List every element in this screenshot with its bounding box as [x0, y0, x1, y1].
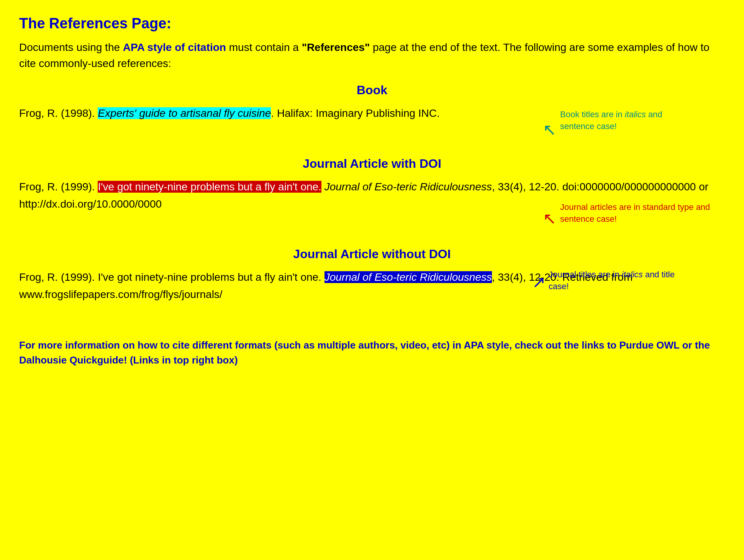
- footer-text: For more information on how to cite diff…: [19, 338, 725, 368]
- journal-no-doi-section: Journal Article without DOI Frog, R. (19…: [19, 247, 725, 323]
- journal-doi-title-highlighted: I've got ninety-nine problems but a fly …: [98, 181, 321, 193]
- page-title: The References Page:: [19, 15, 725, 32]
- journal-no-doi-title-highlighted: Journal of Eso-teric Ridiculousness: [324, 271, 492, 283]
- journal-doi-section: Journal Article with DOI Frog, R. (1999)…: [19, 157, 725, 224]
- journal-no-doi-annotation-text: Journal titles are in italics and title …: [549, 269, 694, 293]
- intro-text-before: Documents using the: [19, 41, 123, 53]
- book-author-date: Frog, R. (1998).: [19, 107, 98, 119]
- book-section: Book Frog, R. (1998). Experts' guide to …: [19, 83, 725, 134]
- journal-doi-journal-name: Journal of Eso-teric Ridiculousness: [321, 181, 492, 193]
- book-heading: Book: [19, 83, 725, 97]
- apa-citation-link: APA style of citation: [123, 41, 226, 53]
- book-annotation-text: Book titles are in italics and sentence …: [560, 109, 694, 133]
- intro-text-middle: must contain a: [226, 41, 302, 53]
- journal-doi-author-date: Frog, R. (1999).: [19, 181, 98, 193]
- book-annotation-block: ↖ Book titles are in italics and sentenc…: [543, 109, 694, 139]
- journal-no-doi-heading: Journal Article without DOI: [19, 247, 725, 261]
- journal-no-doi-annotation-block: ↗ Journal titles are in italics and titl…: [532, 269, 694, 293]
- book-arrow-icon: ↖: [543, 120, 556, 139]
- book-title-highlighted: Experts' guide to artisanal fly cuisine: [98, 107, 271, 119]
- references-bold-text: "References": [302, 41, 370, 53]
- journal-doi-arrow-icon: ↖: [543, 209, 556, 228]
- book-rest: . Halifax: Imaginary Publishing INC.: [271, 107, 439, 119]
- journal-doi-heading: Journal Article with DOI: [19, 157, 725, 171]
- journal-no-doi-author-date: Frog, R. (1999). I've got ninety-nine pr…: [19, 271, 324, 283]
- journal-no-doi-arrow-icon: ↗: [532, 273, 546, 291]
- intro-paragraph: Documents using the APA style of citatio…: [19, 39, 725, 72]
- journal-doi-annotation-text: Journal articles are in standard type an…: [560, 201, 713, 225]
- journal-doi-annotation-block: ↖ Journal articles are in standard type …: [543, 201, 713, 228]
